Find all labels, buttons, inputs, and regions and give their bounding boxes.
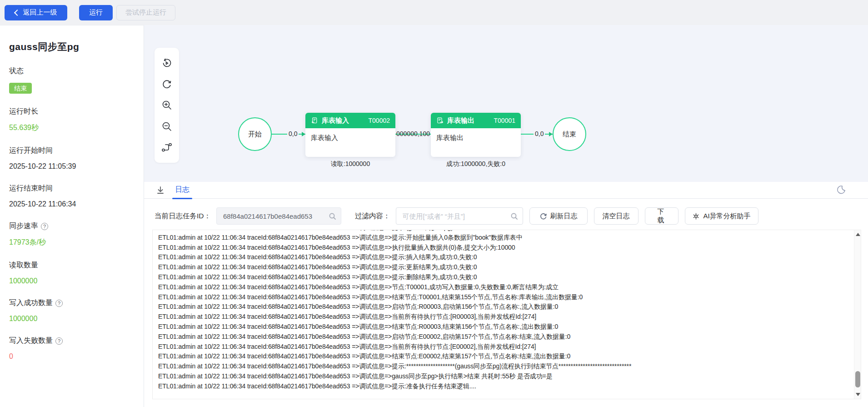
top-toolbar: 返回上一级 运行 尝试停止运行 — [0, 0, 868, 25]
stat-duration-value: 55.639秒 — [9, 123, 144, 133]
refresh-logs-label: 刷新日志 — [550, 212, 578, 221]
log-line: ETL01:admin at 10/22 11:06:34 traceId:68… — [158, 382, 849, 392]
clear-logs-label: 清空日志 — [603, 212, 630, 221]
node-table-input[interactable]: 库表输入 T00002 库表输入 — [305, 113, 395, 157]
job-info-sidebar: gauss同步至pg 状态 结束 运行时长 55.639秒 运行开始时间 202… — [0, 25, 144, 407]
end-node-label: 结束 — [563, 130, 576, 139]
log-line: ETL01:admin at 10/22 11:06:34 traceId:68… — [158, 243, 849, 253]
stat-sync-rate: 同步速率 17973条/秒 — [9, 221, 144, 247]
stat-start-time: 运行开始时间 2025-10-22 11:05:39 — [9, 146, 144, 171]
stat-start-time-label: 运行开始时间 — [9, 146, 144, 156]
log-controls: 当前日志任务ID： 过滤内容： 刷新日志 — [155, 207, 868, 225]
tab-logs-label: 日志 — [175, 186, 190, 193]
node-table-output[interactable]: 库表输出 T00001 库表输出 — [431, 113, 521, 157]
task-id-input[interactable] — [223, 212, 329, 220]
run-button[interactable]: 运行 — [79, 5, 113, 20]
table-output-icon — [436, 117, 444, 125]
canvas-toolbar — [155, 48, 179, 163]
search-icon[interactable] — [329, 212, 336, 220]
stat-read-count-value: 1000000 — [9, 277, 144, 285]
edge-label-clipped: 000000,100 — [395, 129, 431, 138]
back-button[interactable]: 返回上一级 — [5, 5, 67, 20]
log-output-area[interactable]: ETL01:admin at 10/22 11:06:34 traceId:68… — [152, 230, 861, 399]
download-logs-label: 下 载 — [653, 207, 671, 225]
job-title: gauss同步至pg — [9, 40, 144, 53]
ai-logo-icon — [692, 212, 700, 220]
stop-run-button-label: 尝试停止运行 — [125, 8, 166, 16]
status-badge: 结束 — [9, 83, 32, 94]
edge-label: 0,0 — [287, 129, 299, 138]
table-input-icon — [311, 117, 319, 125]
log-scrollbar[interactable] — [854, 230, 861, 399]
node-body-text: 库表输出 — [431, 128, 521, 157]
log-line: ETL01:admin at 10/22 11:06:34 traceId:68… — [158, 252, 849, 262]
log-line: ETL01:admin at 10/22 11:06:34 traceId:68… — [158, 372, 849, 382]
log-line: ETL01:admin at 10/22 11:06:34 traceId:68… — [158, 262, 849, 272]
stat-status-label: 状态 — [9, 66, 144, 76]
start-node[interactable]: 开始 — [238, 117, 272, 151]
log-tabbar: 日志 — [144, 182, 868, 199]
node-code: T00001 — [494, 117, 515, 124]
log-lines: ETL01:admin at 10/22 11:06:34 traceId:68… — [153, 230, 861, 392]
node-title: 库表输出 — [447, 116, 474, 125]
log-line: ETL01:admin at 10/22 11:06:34 traceId:68… — [158, 233, 849, 243]
chevron-left-icon — [14, 9, 20, 15]
dark-mode-moon-icon[interactable] — [836, 185, 846, 195]
replay-icon[interactable] — [161, 58, 172, 69]
log-panel: 日志 当前日志任务ID： 过滤内容： — [144, 182, 868, 407]
log-line: ETL01:admin at 10/22 11:06:34 traceId:68… — [158, 362, 849, 372]
node-body-text: 库表输入 — [305, 128, 395, 157]
flow-canvas[interactable]: 开始 0,0 库表输入 T00002 库表输入 读取:1000000 00000… — [144, 25, 868, 182]
refresh-icon — [539, 212, 547, 220]
log-line: ETL01:admin at 10/22 11:06:34 traceId:68… — [158, 282, 849, 292]
stat-end-time-value: 2025-10-22 11:06:34 — [9, 200, 144, 208]
ai-analysis-button[interactable]: AI异常分析助手 — [685, 207, 758, 225]
log-line: ETL01:admin at 10/22 11:06:34 traceId:68… — [158, 342, 849, 352]
node-code: T00002 — [369, 117, 390, 124]
end-node[interactable]: 结束 — [553, 117, 586, 151]
scroll-up-arrow-icon[interactable] — [856, 233, 860, 236]
scrollbar-thumb[interactable] — [855, 371, 860, 387]
node-table-input-header: 库表输入 T00002 — [305, 113, 395, 128]
refresh-icon[interactable] — [161, 79, 172, 90]
filter-input[interactable] — [403, 212, 510, 220]
stat-write-success-value: 1000000 — [9, 315, 144, 323]
stat-end-time: 运行结束时间 2025-10-22 11:06:34 — [9, 184, 144, 208]
run-button-label: 运行 — [89, 8, 103, 17]
log-line: ETL01:admin at 10/22 11:06:34 traceId:68… — [158, 322, 849, 332]
stat-read-count-label: 读取数量 — [9, 261, 144, 270]
help-icon[interactable] — [41, 223, 48, 230]
log-line: ETL01:admin at 10/22 11:06:34 traceId:68… — [158, 352, 849, 362]
zoom-in-icon[interactable] — [161, 100, 172, 111]
refresh-logs-button[interactable]: 刷新日志 — [529, 207, 588, 225]
auto-layout-icon[interactable] — [161, 142, 172, 153]
log-line: ETL01:admin at 10/22 11:06:34 traceId:68… — [158, 292, 849, 302]
tab-active-indicator — [172, 198, 192, 199]
node-table-input-caption: 读取:1000000 — [291, 160, 409, 168]
start-node-label: 开始 — [248, 130, 262, 139]
log-line: ETL01:admin at 10/22 11:06:34 traceId:68… — [158, 272, 849, 282]
stat-end-time-label: 运行结束时间 — [9, 184, 144, 193]
stat-duration: 运行时长 55.639秒 — [9, 107, 144, 133]
zoom-out-icon[interactable] — [161, 121, 172, 132]
stat-start-time-value: 2025-10-22 11:05:39 — [9, 162, 144, 171]
download-log-icon[interactable] — [156, 186, 165, 195]
filter-input-wrap — [396, 207, 523, 225]
download-logs-button[interactable]: 下 载 — [645, 207, 678, 225]
help-icon[interactable] — [55, 300, 63, 307]
stat-write-fail-value: 0 — [9, 352, 144, 361]
scroll-down-arrow-icon[interactable] — [856, 393, 860, 396]
node-table-output-header: 库表输出 T00001 — [431, 113, 521, 128]
tab-logs[interactable]: 日志 — [172, 182, 192, 199]
stat-status: 状态 结束 — [9, 66, 144, 94]
stat-duration-label: 运行时长 — [9, 107, 144, 116]
stat-read-count: 读取数量 1000000 — [9, 261, 144, 285]
clear-logs-button[interactable]: 清空日志 — [594, 207, 639, 225]
help-icon[interactable] — [55, 337, 63, 345]
stop-run-button[interactable]: 尝试停止运行 — [116, 5, 175, 20]
node-table-output-caption: 成功:1000000,失败:0 — [417, 160, 535, 168]
search-icon[interactable] — [510, 212, 518, 220]
filter-label: 过滤内容： — [355, 211, 390, 221]
edge-input-to-output: 000000,100 — [395, 134, 431, 135]
stat-write-fail-label: 写入失败数量 — [9, 336, 53, 346]
